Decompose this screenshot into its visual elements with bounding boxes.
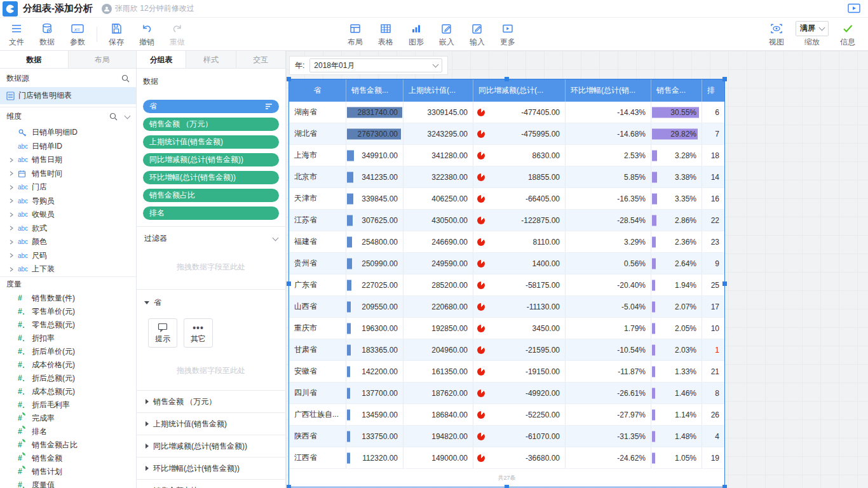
table-row[interactable]: 广西壮族自... 134590.00 186840.00 -52250.00 -…: [289, 404, 724, 426]
dimension-item[interactable]: abc 销售日期: [0, 153, 136, 167]
dimension-item[interactable]: abc 颜色: [0, 235, 136, 249]
column-header[interactable]: 环比增幅(总计(销...: [566, 79, 651, 102]
resize-handle-top-center[interactable]: [505, 77, 509, 81]
table-row[interactable]: 江苏省 307625.00 430500.00 -122875.00 -28.5…: [289, 210, 724, 231]
tab-interaction[interactable]: 交互: [236, 51, 285, 68]
table-row[interactable]: 湖北省 2767300.00 3243295.00 -475995.00 -14…: [289, 123, 724, 145]
measure-item[interactable]: #销售数量(件): [0, 292, 136, 305]
dimension-item[interactable]: 销售时间: [0, 167, 136, 181]
tab-style[interactable]: 样式: [186, 51, 236, 68]
grouped-table-widget[interactable]: 省销售金额...上期统计值(...同比增减额(总计(...环比增幅(总计(销..…: [289, 79, 724, 487]
preview-play-icon[interactable]: [848, 3, 860, 14]
dimension-pill[interactable]: 省: [143, 100, 279, 113]
tooltip-button[interactable]: 提示: [148, 318, 177, 348]
tab-grouped-table[interactable]: 分组表: [137, 51, 186, 68]
table-row[interactable]: 四川省 137700.00 187620.00 -49920.00 -26.61…: [289, 383, 724, 404]
year-filter-select[interactable]: 2018年01月: [309, 58, 442, 72]
search-icon[interactable]: [121, 74, 130, 83]
save-button[interactable]: 保存: [101, 21, 132, 48]
resize-handle-top-right[interactable]: [722, 77, 727, 81]
expand-chevron-icon[interactable]: [9, 171, 18, 176]
column-header[interactable]: 销售金额...: [346, 79, 403, 102]
resize-handle-bottom-right[interactable]: [722, 485, 727, 488]
table-row[interactable]: 湖南省 2831740.00 3309145.00 -477405.00 -14…: [289, 102, 724, 123]
more-button[interactable]: 更多: [492, 21, 523, 48]
measure-item[interactable]: #.折后总额(元): [0, 372, 136, 385]
tab-data[interactable]: 数据: [0, 51, 69, 68]
data-button[interactable]: 数据: [32, 21, 62, 48]
measure-item[interactable]: #.零售单价(元): [0, 305, 136, 318]
resize-handle-bottom-left[interactable]: [287, 485, 291, 488]
expand-chevron-icon[interactable]: [9, 240, 18, 245]
resize-handle-mid-left[interactable]: [287, 281, 291, 286]
tab-layout[interactable]: 布局: [69, 51, 137, 68]
info-button[interactable]: 信息: [832, 21, 863, 48]
params-button[interactable]: x= 参数: [62, 21, 93, 48]
search-icon[interactable]: [109, 112, 118, 121]
dimension-item[interactable]: abc 门店: [0, 180, 136, 194]
measure-pill[interactable]: 销售金额 （万元）: [143, 118, 279, 131]
measure-item[interactable]: #.成本总额(元): [0, 385, 136, 398]
expand-chevron-icon[interactable]: [9, 185, 18, 190]
expand-chevron-icon[interactable]: [9, 212, 18, 217]
table-row[interactable]: 山西省 209550.00 220680.00 -11130.00 -5.04%…: [289, 296, 724, 318]
chevron-down-icon[interactable]: [125, 112, 131, 119]
measure-item[interactable]: #.零售总额(元): [0, 318, 136, 332]
input-button[interactable]: 输入: [462, 21, 492, 48]
chart-button[interactable]: 图形: [401, 21, 431, 48]
table-row[interactable]: 上海市 349910.00 341280.00 8630.00 2.53% 3.…: [289, 145, 724, 166]
table-row[interactable]: 江西省 112320.00 149000.00 -36680.00 -24.62…: [289, 447, 724, 469]
sort-icon[interactable]: [265, 103, 273, 110]
table-row[interactable]: 福建省 254800.00 246690.00 8110.00 3.29% 2.…: [289, 231, 724, 253]
table-row[interactable]: 北京市 341235.00 322380.00 18855.00 5.85% 3…: [289, 166, 724, 188]
embed-button[interactable]: 嵌入: [431, 21, 462, 48]
measure-item[interactable]: #排名: [0, 425, 136, 438]
measure-item[interactable]: #销售金额: [0, 452, 136, 465]
measure-item[interactable]: #.折后单价(元): [0, 345, 136, 358]
other-button[interactable]: ••• 其它: [184, 318, 213, 348]
dashboard-canvas[interactable]: 年: 2018年01月 省销售金额...上期统计值(...同比增减额(总计(..…: [286, 51, 868, 488]
measure-item[interactable]: #.度量值: [0, 478, 136, 488]
dimension-item[interactable]: abc 上下装: [0, 262, 136, 276]
field-section-collapsed[interactable]: 同比增减额(总计(销售金额)): [137, 435, 285, 457]
column-header[interactable]: 同比增减额(总计(...: [473, 79, 566, 102]
column-header[interactable]: 省: [289, 79, 346, 102]
table-button[interactable]: 表格: [370, 21, 401, 48]
file-button[interactable]: 文件: [1, 21, 32, 48]
undo-button[interactable]: 撤销: [132, 21, 162, 48]
measure-item[interactable]: #.折扣率: [0, 332, 136, 345]
table-row[interactable]: 广东省 227025.00 285200.00 -58175.00 -20.40…: [289, 274, 724, 296]
expand-chevron-icon[interactable]: [9, 198, 18, 203]
column-header[interactable]: 上期统计值(...: [403, 79, 473, 102]
dimension-item[interactable]: abc 收银员: [0, 208, 136, 222]
column-header[interactable]: 销售金...: [651, 79, 702, 102]
table-row[interactable]: 陕西省 133750.00 194820.00 -61070.00 -31.35…: [289, 426, 724, 447]
chevron-down-icon[interactable]: [273, 234, 279, 241]
expand-chevron-icon[interactable]: [9, 226, 18, 231]
resize-handle-top-left[interactable]: [287, 77, 291, 81]
dimension-item[interactable]: abc 尺码: [0, 249, 136, 263]
view-button[interactable]: 视图: [761, 21, 792, 48]
measure-item[interactable]: #.折后毛利率: [0, 398, 136, 412]
expand-chevron-icon[interactable]: [9, 267, 18, 272]
zoom-dropdown[interactable]: 满屏: [796, 21, 829, 36]
measure-pill[interactable]: 环比增幅(总计(销售金额)): [143, 171, 279, 184]
measure-item[interactable]: #完成率: [0, 412, 136, 425]
field-section-collapsed[interactable]: 销售金额占比: [137, 479, 285, 488]
column-header[interactable]: 排: [702, 79, 724, 102]
measure-item[interactable]: #销售计划: [0, 465, 136, 478]
measure-item[interactable]: #销售金额占比: [0, 438, 136, 452]
field-section-collapsed[interactable]: 上期统计值(销售金额): [137, 412, 285, 435]
dimension-item[interactable]: abc 日销单ID: [0, 140, 136, 154]
table-row[interactable]: 贵州省 250990.00 249590.00 1400.00 0.56% 2.…: [289, 253, 724, 274]
resize-handle-bottom-center[interactable]: [505, 485, 509, 488]
table-row[interactable]: 安徽省 142200.00 161350.00 -19150.00 -11.87…: [289, 361, 724, 383]
measure-pill[interactable]: 销售金额占比: [143, 189, 279, 202]
expand-chevron-icon[interactable]: [9, 253, 18, 258]
dimension-item[interactable]: abc 款式: [0, 222, 136, 236]
layout-button[interactable]: 布局: [340, 21, 370, 48]
measure-pill[interactable]: 同比增减额(总计(销售金额)): [143, 153, 279, 166]
field-section-collapsed[interactable]: 销售金额 （万元）: [137, 390, 285, 412]
dimension-item[interactable]: 日销单明细ID: [0, 126, 136, 140]
expand-chevron-icon[interactable]: [9, 158, 18, 163]
